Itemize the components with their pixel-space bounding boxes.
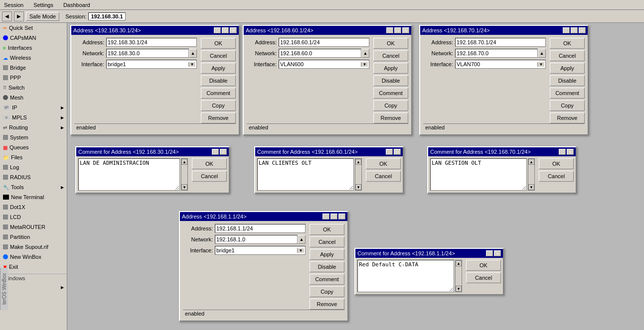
addr3-copy-btn[interactable]: Copy bbox=[550, 100, 585, 111]
addr3-interface-arrow[interactable]: ▼ bbox=[537, 62, 544, 67]
addr3-ok-btn[interactable]: OK bbox=[550, 38, 585, 49]
comment3-scroll-up[interactable]: ▲ bbox=[528, 159, 534, 165]
sidebar-item-queues[interactable]: ▦ Queues bbox=[0, 142, 67, 152]
addr3-address-input[interactable] bbox=[455, 38, 546, 47]
sidebar-item-system[interactable]: System bbox=[0, 132, 67, 142]
comment3-close[interactable]: × bbox=[567, 149, 574, 155]
sidebar-item-switch[interactable]: ⠿ Switch bbox=[0, 83, 67, 93]
addr4-apply-btn[interactable]: Apply bbox=[310, 249, 344, 260]
back-button[interactable]: ◀ bbox=[2, 11, 12, 21]
comment1-cancel-btn[interactable]: Cancel bbox=[192, 171, 227, 182]
sidebar-item-bridge[interactable]: Bridge bbox=[0, 63, 67, 73]
addr3-disable-btn[interactable]: Disable bbox=[550, 75, 585, 86]
addr2-disable-btn[interactable]: Disable bbox=[373, 75, 408, 86]
addr3-minimize[interactable]: _ bbox=[563, 27, 570, 33]
addr2-address-input[interactable] bbox=[279, 38, 369, 47]
addr2-network-arrow[interactable]: ▲ bbox=[361, 49, 369, 58]
comment3-scroll-down[interactable]: ▼ bbox=[528, 184, 534, 190]
addr2-close[interactable]: × bbox=[402, 27, 409, 33]
sidebar-item-new-winbox[interactable]: New WinBox bbox=[0, 252, 67, 262]
addr1-ok-btn[interactable]: OK bbox=[201, 38, 236, 49]
sidebar-item-new-terminal[interactable]: New Terminal bbox=[0, 192, 67, 202]
sidebar-item-interfaces[interactable]: ≡ Interfaces bbox=[0, 43, 67, 53]
sidebar-item-tools[interactable]: 🔧 Tools bbox=[0, 182, 67, 192]
sidebar-item-make-supout[interactable]: Make Supout.rif bbox=[0, 242, 67, 252]
addr4-cancel-btn[interactable]: Cancel bbox=[310, 236, 344, 247]
comment1-scroll-up[interactable]: ▲ bbox=[181, 159, 187, 165]
comment2-scroll-down[interactable]: ▼ bbox=[355, 184, 361, 190]
addr3-comment-btn[interactable]: Comment bbox=[550, 88, 585, 99]
addr2-minimize[interactable]: _ bbox=[386, 27, 393, 33]
comment1-text[interactable]: LAN DE ADMINISTRACION bbox=[78, 158, 180, 191]
comment2-ok-btn[interactable]: OK bbox=[366, 158, 401, 169]
addr2-ok-btn[interactable]: OK bbox=[373, 38, 408, 49]
addr4-network-input[interactable] bbox=[215, 235, 298, 244]
comment4-text[interactable]: Red Default C-DATA bbox=[357, 260, 454, 292]
sidebar-item-routing[interactable]: ⇄ Routing bbox=[0, 122, 67, 132]
addr1-apply-btn[interactable]: Apply bbox=[201, 63, 236, 74]
menu-dashboard[interactable]: Dashboard bbox=[61, 1, 92, 8]
addr3-network-input[interactable] bbox=[455, 49, 538, 58]
addr4-remove-btn[interactable]: Remove bbox=[310, 299, 344, 310]
comment2-cancel-btn[interactable]: Cancel bbox=[366, 171, 401, 182]
comment3-cancel-btn[interactable]: Cancel bbox=[539, 171, 574, 182]
comment4-minimize[interactable]: _ bbox=[486, 250, 493, 256]
sidebar-item-log[interactable]: Log bbox=[0, 162, 67, 172]
addr3-remove-btn[interactable]: Remove bbox=[550, 112, 585, 123]
sidebar-item-exit[interactable]: ✖ Exit bbox=[0, 262, 67, 272]
addr4-network-arrow[interactable]: ▲ bbox=[298, 235, 306, 244]
comment4-close[interactable]: × bbox=[494, 250, 501, 256]
comment2-minimize[interactable]: _ bbox=[386, 149, 393, 155]
addr1-cancel-btn[interactable]: Cancel bbox=[201, 50, 236, 61]
addr2-maximize[interactable]: □ bbox=[394, 27, 401, 33]
safe-mode-button[interactable]: Safe Mode bbox=[26, 12, 59, 21]
addr4-ok-btn[interactable]: OK bbox=[310, 224, 344, 235]
addr3-close[interactable]: × bbox=[579, 27, 586, 33]
sidebar-item-files[interactable]: 📁 Files bbox=[0, 152, 67, 162]
comment4-scroll-down[interactable]: ▼ bbox=[456, 286, 462, 292]
addr4-disable-btn[interactable]: Disable bbox=[310, 261, 344, 272]
addr2-cancel-btn[interactable]: Cancel bbox=[373, 50, 408, 61]
comment3-minimize[interactable]: _ bbox=[559, 149, 566, 155]
forward-button[interactable]: ▶ bbox=[14, 11, 24, 21]
sidebar-item-metarouter[interactable]: MetaROUTER bbox=[0, 222, 67, 232]
addr4-address-input[interactable] bbox=[215, 224, 306, 233]
sidebar-item-radius[interactable]: RADIUS bbox=[0, 172, 67, 182]
sidebar-item-mesh[interactable]: Mesh bbox=[0, 93, 67, 103]
comment3-ok-btn[interactable]: OK bbox=[539, 158, 574, 169]
comment3-text[interactable]: LAN GESTION OLT bbox=[430, 158, 527, 191]
addr4-interface-arrow[interactable]: ▼ bbox=[297, 248, 304, 253]
addr2-network-input[interactable] bbox=[279, 49, 361, 58]
addr4-minimize[interactable]: _ bbox=[322, 214, 329, 220]
sidebar-item-wireless[interactable]: ☁ Wireless bbox=[0, 53, 67, 63]
addr1-network-input[interactable] bbox=[106, 49, 189, 58]
addr4-maximize[interactable]: □ bbox=[330, 214, 337, 220]
comment4-cancel-btn[interactable]: Cancel bbox=[466, 272, 501, 283]
menu-settings[interactable]: Settings bbox=[31, 1, 55, 8]
sidebar-item-dot1x[interactable]: Dot1X bbox=[0, 202, 67, 212]
addr2-copy-btn[interactable]: Copy bbox=[373, 100, 408, 111]
addr1-remove-btn[interactable]: Remove bbox=[201, 112, 236, 123]
comment2-text[interactable]: LAN CLIENTES OLT bbox=[257, 158, 354, 191]
sidebar-item-quick-set[interactable]: ✏ Quick Set bbox=[0, 23, 67, 33]
addr1-copy-btn[interactable]: Copy bbox=[201, 100, 236, 111]
addr3-apply-btn[interactable]: Apply bbox=[550, 63, 585, 74]
comment4-ok-btn[interactable]: OK bbox=[466, 260, 501, 271]
addr4-comment-btn[interactable]: Comment bbox=[310, 274, 344, 285]
addr4-copy-btn[interactable]: Copy bbox=[310, 286, 344, 297]
addr1-network-arrow[interactable]: ▲ bbox=[189, 49, 197, 58]
comment1-ok-btn[interactable]: OK bbox=[192, 158, 227, 169]
sidebar-item-capsman[interactable]: CAPsMAN bbox=[0, 33, 67, 43]
addr1-interface-arrow[interactable]: ▼ bbox=[188, 62, 195, 67]
addr1-minimize[interactable]: _ bbox=[214, 27, 221, 33]
comment1-minimize[interactable]: _ bbox=[212, 149, 219, 155]
menu-session[interactable]: Session bbox=[2, 1, 25, 8]
addr1-close[interactable]: × bbox=[230, 27, 237, 33]
sidebar-item-mpls[interactable]: ≡ MPLS bbox=[0, 112, 67, 122]
sidebar-item-ppp[interactable]: PPP bbox=[0, 73, 67, 83]
addr2-remove-btn[interactable]: Remove bbox=[373, 112, 408, 123]
comment2-close[interactable]: × bbox=[394, 149, 401, 155]
sidebar-item-lcd[interactable]: LCD bbox=[0, 212, 67, 222]
addr4-close[interactable]: × bbox=[338, 214, 345, 220]
comment1-scroll-down[interactable]: ▼ bbox=[181, 184, 187, 190]
